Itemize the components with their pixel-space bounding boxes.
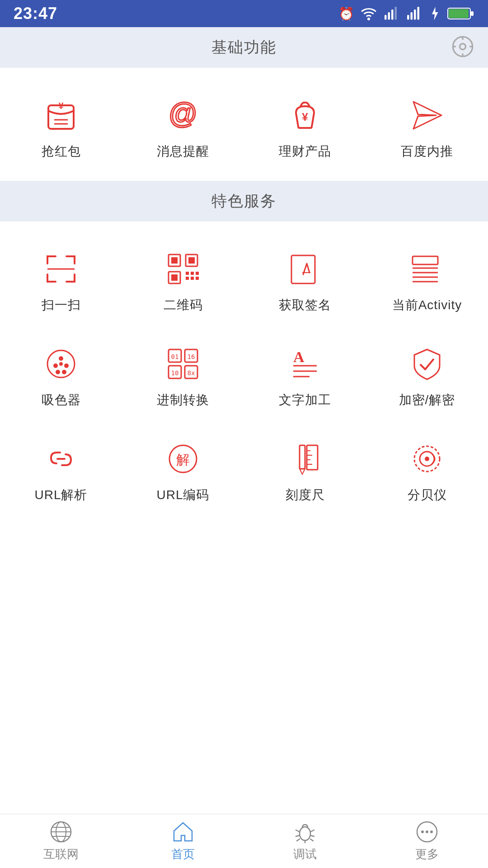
svg-text:解: 解 bbox=[176, 452, 190, 467]
grid-item-qrcode[interactable]: 二维码 bbox=[122, 235, 244, 330]
grid-item-baidu[interactable]: 百度内推 bbox=[366, 81, 488, 176]
svg-marker-25 bbox=[413, 102, 441, 129]
svg-point-92 bbox=[421, 830, 424, 833]
svg-text:¥: ¥ bbox=[302, 111, 308, 123]
grid-item-decibel[interactable]: 分贝仪 bbox=[366, 425, 488, 520]
svg-point-52 bbox=[59, 362, 63, 366]
grid-item-finance[interactable]: ¥ 理财产品 bbox=[244, 81, 366, 176]
decibel-icon bbox=[407, 439, 447, 479]
svg-line-87 bbox=[310, 835, 314, 836]
red-packet-icon: ¥ bbox=[41, 95, 81, 136]
grid-item-scan[interactable]: 扫一扫 bbox=[0, 235, 122, 330]
svg-text:@: @ bbox=[169, 97, 198, 130]
text-process-label: 文字加工 bbox=[279, 392, 331, 409]
finance-icon: ¥ bbox=[285, 95, 325, 136]
svg-line-90 bbox=[310, 839, 313, 841]
special-services-title: 特色服务 bbox=[211, 192, 277, 209]
svg-rect-38 bbox=[196, 277, 199, 280]
svg-point-83 bbox=[300, 827, 310, 840]
grid-item-color-picker[interactable]: 吸色器 bbox=[0, 330, 122, 425]
svg-rect-1 bbox=[385, 15, 387, 20]
qrcode-icon bbox=[163, 249, 203, 289]
message-icon: @ bbox=[163, 95, 203, 136]
grid-item-message[interactable]: @ 消息提醒 bbox=[122, 81, 244, 176]
svg-point-51 bbox=[62, 370, 66, 374]
signal-icon-1 bbox=[383, 5, 399, 22]
grid-item-red-packet[interactable]: ¥ 抢红包 bbox=[0, 81, 122, 176]
svg-point-0 bbox=[368, 19, 370, 20]
basic-grid-section: ¥ 抢红包 @ 消息提醒 bbox=[0, 68, 488, 181]
settings-icon[interactable] bbox=[451, 35, 474, 60]
grid-item-ruler[interactable]: 刻度尺 bbox=[244, 425, 366, 520]
url-encode-label: URL编码 bbox=[156, 486, 209, 504]
special-services-header: 特色服务 bbox=[0, 181, 488, 222]
nav-item-debug[interactable]: 调试 bbox=[244, 814, 366, 868]
status-time: 23:47 bbox=[14, 4, 57, 23]
svg-rect-36 bbox=[191, 277, 194, 280]
nav-home-label: 首页 bbox=[171, 846, 195, 862]
grid-item-text-process[interactable]: A 文字加工 bbox=[244, 330, 366, 425]
svg-point-48 bbox=[53, 363, 58, 368]
scan-label: 扫一扫 bbox=[42, 297, 81, 314]
svg-point-14 bbox=[460, 44, 466, 50]
svg-rect-4 bbox=[395, 7, 397, 20]
color-picker-icon bbox=[41, 344, 81, 384]
svg-text:¥: ¥ bbox=[58, 101, 64, 111]
svg-rect-70 bbox=[307, 445, 318, 470]
svg-marker-9 bbox=[432, 7, 438, 20]
svg-rect-39 bbox=[291, 255, 315, 283]
svg-point-49 bbox=[64, 363, 69, 368]
grid-item-url-parse[interactable]: URL解析 bbox=[0, 425, 122, 520]
svg-rect-12 bbox=[449, 9, 469, 18]
basic-grid: ¥ 抢红包 @ 消息提醒 bbox=[0, 81, 488, 176]
baidu-label: 百度内推 bbox=[401, 143, 453, 160]
charging-icon bbox=[428, 5, 441, 22]
svg-text:16: 16 bbox=[188, 353, 195, 360]
baidu-icon bbox=[407, 95, 447, 136]
svg-point-50 bbox=[56, 370, 60, 374]
url-encode-icon: 解 bbox=[163, 439, 203, 479]
grid-item-base-convert[interactable]: 01 10 16 8x 进制转换 bbox=[122, 330, 244, 425]
red-packet-label: 抢红包 bbox=[42, 143, 81, 160]
message-label: 消息提醒 bbox=[157, 143, 209, 160]
activity-label: 当前Activity bbox=[392, 297, 462, 314]
signature-icon bbox=[285, 249, 325, 289]
svg-text:A: A bbox=[293, 349, 305, 365]
svg-rect-34 bbox=[191, 272, 194, 275]
svg-point-93 bbox=[426, 830, 428, 833]
svg-rect-31 bbox=[188, 257, 195, 264]
encrypt-label: 加密/解密 bbox=[399, 392, 455, 409]
nav-internet-label: 互联网 bbox=[43, 846, 79, 862]
nav-debug-label: 调试 bbox=[293, 846, 317, 862]
svg-line-89 bbox=[297, 839, 300, 841]
svg-line-86 bbox=[296, 835, 300, 836]
svg-point-94 bbox=[430, 830, 433, 833]
nav-item-internet[interactable]: 互联网 bbox=[0, 814, 122, 868]
status-bar: 23:47 ⏰ bbox=[0, 0, 488, 27]
bottom-nav: 互联网 首页 调试 更多 bbox=[0, 814, 488, 868]
activity-icon bbox=[407, 249, 447, 289]
grid-item-activity[interactable]: 当前Activity bbox=[366, 235, 488, 330]
svg-rect-2 bbox=[388, 12, 390, 20]
status-icons: ⏰ bbox=[338, 5, 474, 22]
svg-rect-41 bbox=[413, 256, 438, 264]
grid-item-signature[interactable]: 获取签名 bbox=[244, 235, 366, 330]
finance-label: 理财产品 bbox=[279, 143, 331, 160]
nav-item-home[interactable]: 首页 bbox=[122, 814, 244, 868]
svg-point-47 bbox=[59, 356, 63, 361]
special-grid-section: 扫一扫 bbox=[0, 222, 488, 524]
color-picker-label: 吸色器 bbox=[42, 392, 81, 409]
nav-more-label: 更多 bbox=[415, 846, 439, 862]
base-convert-icon: 01 10 16 8x bbox=[163, 344, 203, 384]
basic-functions-header: 基础功能 bbox=[0, 27, 488, 68]
clock-icon: ⏰ bbox=[338, 6, 354, 21]
svg-rect-6 bbox=[411, 12, 413, 20]
nav-item-more[interactable]: 更多 bbox=[366, 814, 488, 868]
url-parse-icon bbox=[41, 439, 81, 479]
svg-rect-33 bbox=[186, 272, 189, 275]
grid-item-url-encode[interactable]: 解 URL编码 bbox=[122, 425, 244, 520]
svg-point-77 bbox=[425, 457, 429, 461]
svg-rect-7 bbox=[414, 9, 416, 20]
grid-item-encrypt[interactable]: 加密/解密 bbox=[366, 330, 488, 425]
signature-label: 获取签名 bbox=[279, 297, 331, 314]
